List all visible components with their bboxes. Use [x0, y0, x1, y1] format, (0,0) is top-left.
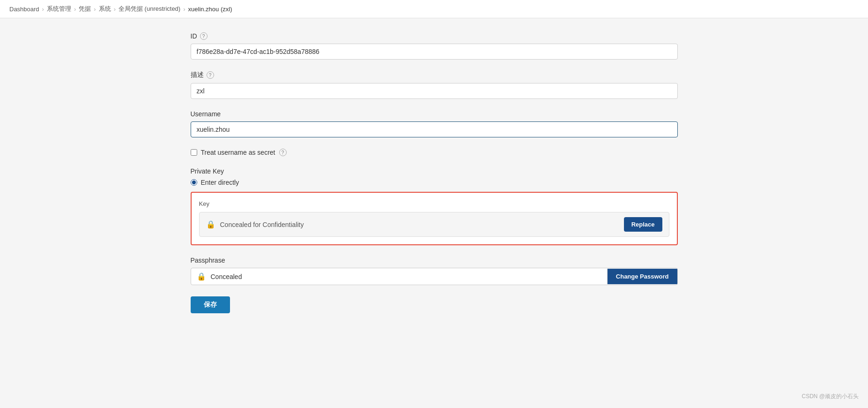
breadcrumb-credentials[interactable]: 凭据: [79, 5, 91, 13]
save-button[interactable]: 保存: [191, 296, 230, 313]
enter-directly-row: Enter directly: [191, 179, 678, 186]
passphrase-inner: 🔒 Concealed: [191, 268, 607, 285]
desc-label: 描述 ?: [191, 71, 678, 79]
breadcrumb-sep-3: ›: [94, 6, 96, 13]
username-input[interactable]: [191, 121, 678, 137]
id-input[interactable]: [191, 44, 678, 60]
id-group: ID ?: [191, 32, 678, 60]
passphrase-lock-icon: 🔒: [197, 272, 206, 281]
treat-username-row: Treat username as secret ?: [191, 149, 678, 156]
breadcrumb-global-cred[interactable]: 全局凭据 (unrestricted): [119, 5, 180, 13]
breadcrumb-sep-4: ›: [114, 6, 116, 13]
breadcrumb-system-mgmt[interactable]: 系统管理: [47, 5, 71, 13]
change-password-button[interactable]: Change Password: [607, 269, 677, 284]
breadcrumb: Dashboard › 系统管理 › 凭据 › 系统 › 全局凭据 (unres…: [0, 0, 868, 18]
id-label: ID ?: [191, 32, 678, 40]
private-key-group: Private Key Enter directly Key 🔒 Conceal…: [191, 167, 678, 245]
passphrase-label: Passphrase: [191, 257, 678, 264]
breadcrumb-current: xuelin.zhou (zxl): [188, 6, 232, 13]
desc-help-icon[interactable]: ?: [207, 71, 214, 79]
treat-username-help-icon[interactable]: ?: [279, 149, 287, 156]
page-content: ID ? 描述 ? Username Treat username as sec…: [177, 32, 692, 313]
passphrase-group: Passphrase 🔒 Concealed Change Password: [191, 257, 678, 285]
save-row: 保存: [191, 296, 678, 313]
id-help-icon[interactable]: ?: [200, 32, 208, 40]
private-key-label: Private Key: [191, 167, 678, 175]
treat-username-label[interactable]: Treat username as secret: [201, 149, 275, 156]
breadcrumb-dashboard[interactable]: Dashboard: [9, 6, 39, 13]
passphrase-concealed-text: Concealed: [211, 273, 242, 280]
username-label: Username: [191, 110, 678, 118]
username-group: Username: [191, 110, 678, 137]
enter-directly-radio[interactable]: [191, 179, 197, 186]
passphrase-row: 🔒 Concealed Change Password: [191, 268, 678, 285]
key-section: Key 🔒 Concealed for Confidentiality Repl…: [191, 192, 678, 245]
key-section-title: Key: [199, 200, 669, 207]
replace-button[interactable]: Replace: [624, 217, 662, 232]
key-lock-icon: 🔒: [206, 220, 215, 229]
breadcrumb-sep-1: ›: [42, 6, 44, 13]
desc-group: 描述 ?: [191, 71, 678, 99]
breadcrumb-sep-5: ›: [183, 6, 185, 13]
desc-input[interactable]: [191, 83, 678, 99]
enter-directly-label[interactable]: Enter directly: [201, 179, 239, 186]
key-concealed-field: 🔒 Concealed for Confidentiality Replace: [199, 212, 669, 237]
treat-username-checkbox[interactable]: [191, 149, 197, 156]
breadcrumb-system[interactable]: 系统: [99, 5, 111, 13]
key-concealed-text: Concealed for Confidentiality: [220, 221, 619, 228]
breadcrumb-sep-2: ›: [74, 6, 76, 13]
